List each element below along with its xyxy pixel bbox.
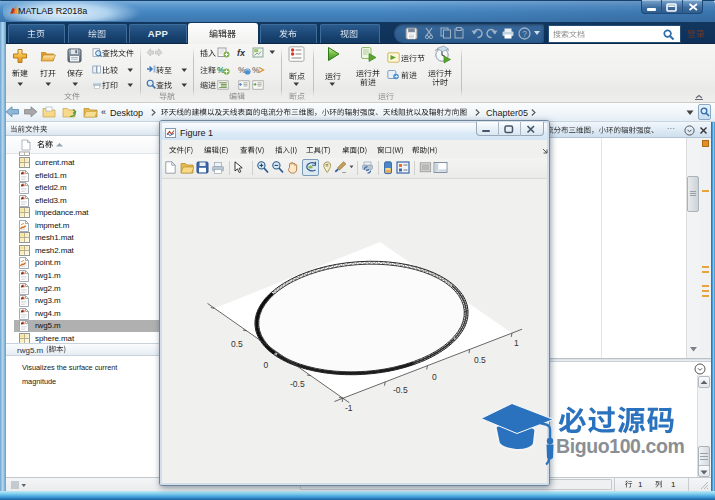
svg-text:?: ? [522, 28, 527, 38]
